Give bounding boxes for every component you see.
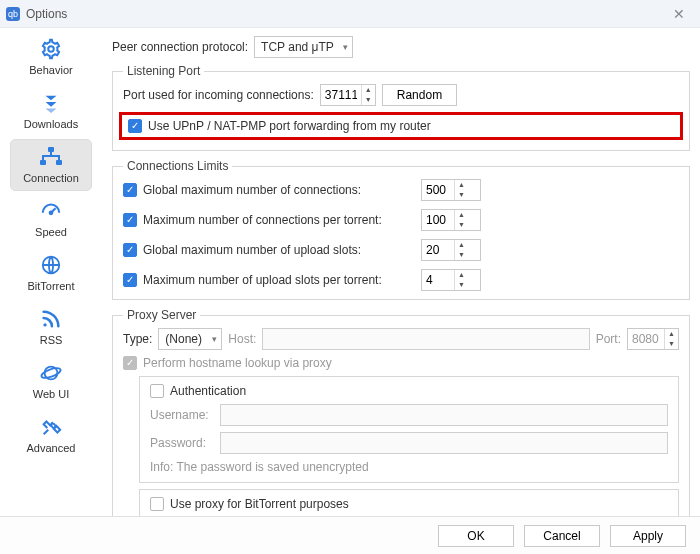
limit-stepper[interactable]: ▲▼ [421, 239, 481, 261]
port-stepper[interactable]: ▲▼ [320, 84, 376, 106]
proxy-bt-group: ✓Use proxy for BitTorrent purposes ✓Use … [139, 489, 679, 516]
cancel-button[interactable]: Cancel [524, 525, 600, 547]
highlight-box: ✓ Use UPnP / NAT-PMP port forwarding fro… [119, 112, 683, 140]
sidebar-item-speed[interactable]: Speed [11, 194, 91, 244]
limit-label: Maximum number of upload slots per torre… [143, 273, 382, 287]
limit-label: Global maximum number of connections: [143, 183, 361, 197]
sidebar-item-label: BitTorrent [27, 280, 74, 292]
tools-icon [36, 414, 66, 440]
close-icon[interactable]: ✕ [664, 6, 694, 22]
hostlookup-checkbox: ✓ [123, 356, 137, 370]
app-icon: qb [6, 7, 20, 21]
gauge-icon [36, 198, 66, 224]
svg-point-0 [48, 46, 54, 52]
sidebar-item-connection[interactable]: Connection [11, 140, 91, 190]
proxy-server-group: Proxy Server Type: (None) ▾ Host: Port: … [112, 308, 690, 516]
proxy-type-label: Type: [123, 332, 152, 346]
limit-checkbox[interactable]: ✓ [123, 213, 137, 227]
spin-down-icon[interactable]: ▼ [665, 339, 678, 349]
hostlookup-label: Perform hostname lookup via proxy [143, 356, 332, 370]
proxy-port-input[interactable] [628, 329, 664, 349]
password-input[interactable] [220, 432, 668, 454]
proxy-port-label: Port: [596, 332, 621, 346]
username-label: Username: [150, 408, 214, 422]
limit-label: Global maximum number of upload slots: [143, 243, 361, 257]
protocol-value: TCP and μTP [261, 40, 334, 54]
apply-button[interactable]: Apply [610, 525, 686, 547]
ok-button[interactable]: OK [438, 525, 514, 547]
authentication-group: ✓Authentication Username: Password: Info… [139, 376, 679, 483]
spin-down-icon[interactable]: ▼ [455, 250, 468, 260]
rss-icon [36, 306, 66, 332]
limit-input[interactable] [422, 180, 454, 200]
proxy-port-stepper[interactable]: ▲▼ [627, 328, 679, 350]
sidebar-item-downloads[interactable]: Downloads [11, 86, 91, 136]
spin-up-icon[interactable]: ▲ [362, 85, 375, 95]
sidebar-item-label: RSS [40, 334, 63, 346]
auth-info: Info: The password is saved unencrypted [150, 460, 369, 474]
limit-input[interactable] [422, 210, 454, 230]
connection-limits-group: Connections Limits ✓Global maximum numbe… [112, 159, 690, 300]
limit-label: Maximum number of connections per torren… [143, 213, 382, 227]
spin-up-icon[interactable]: ▲ [455, 240, 468, 250]
limit-input[interactable] [422, 240, 454, 260]
limit-checkbox[interactable]: ✓ [123, 243, 137, 257]
random-button[interactable]: Random [382, 84, 457, 106]
username-input[interactable] [220, 404, 668, 426]
chevron-down-icon: ▾ [343, 42, 348, 52]
dialog-buttons: OK Cancel Apply [0, 516, 700, 554]
sidebar-item-label: Web UI [33, 388, 69, 400]
spin-down-icon[interactable]: ▼ [455, 190, 468, 200]
limit-stepper[interactable]: ▲▼ [421, 269, 481, 291]
network-icon [36, 144, 66, 170]
spin-down-icon[interactable]: ▼ [362, 95, 375, 105]
svg-point-8 [40, 366, 61, 380]
globe-icon [36, 252, 66, 278]
upnp-label: Use UPnP / NAT-PMP port forwarding from … [148, 119, 674, 133]
proxy-legend: Proxy Server [123, 308, 200, 322]
content-panel: Peer connection protocol: TCP and μTP ▾ … [102, 28, 700, 516]
sidebar-item-label: Connection [23, 172, 79, 184]
sidebar-item-label: Advanced [27, 442, 76, 454]
sidebar-item-advanced[interactable]: Advanced [11, 410, 91, 460]
spin-up-icon[interactable]: ▲ [455, 180, 468, 190]
sidebar-item-behavior[interactable]: Behavior [11, 32, 91, 82]
sidebar: Behavior Downloads Connection Speed BitT… [0, 28, 102, 516]
limit-input[interactable] [422, 270, 454, 290]
spin-down-icon[interactable]: ▼ [455, 220, 468, 230]
auth-checkbox[interactable]: ✓ [150, 384, 164, 398]
spin-down-icon[interactable]: ▼ [455, 280, 468, 290]
proxy-type-select[interactable]: (None) ▾ [158, 328, 222, 350]
svg-point-4 [50, 211, 53, 214]
proxy-host-input[interactable] [262, 328, 589, 350]
sidebar-item-bittorrent[interactable]: BitTorrent [11, 248, 91, 298]
titlebar: qb Options ✕ [0, 0, 700, 28]
limit-stepper[interactable]: ▲▼ [421, 209, 481, 231]
spin-up-icon[interactable]: ▲ [665, 329, 678, 339]
sidebar-item-label: Speed [35, 226, 67, 238]
download-icon [36, 90, 66, 116]
chevron-down-icon: ▾ [212, 334, 217, 344]
upnp-checkbox[interactable]: ✓ [128, 119, 142, 133]
sidebar-item-label: Downloads [24, 118, 78, 130]
limit-checkbox[interactable]: ✓ [123, 183, 137, 197]
svg-point-6 [43, 323, 46, 326]
spin-up-icon[interactable]: ▲ [455, 270, 468, 280]
proxy-bt-checkbox[interactable]: ✓ [150, 497, 164, 511]
port-label: Port used for incoming connections: [123, 88, 314, 102]
listening-legend: Listening Port [123, 64, 204, 78]
password-label: Password: [150, 436, 214, 450]
proxy-type-value: (None) [165, 332, 202, 346]
sidebar-item-rss[interactable]: RSS [11, 302, 91, 352]
svg-rect-1 [48, 147, 54, 152]
port-input[interactable] [321, 85, 361, 105]
gear-icon [36, 36, 66, 62]
auth-title: Authentication [170, 384, 246, 398]
limit-stepper[interactable]: ▲▼ [421, 179, 481, 201]
limit-checkbox[interactable]: ✓ [123, 273, 137, 287]
sidebar-item-label: Behavior [29, 64, 72, 76]
protocol-select[interactable]: TCP and μTP ▾ [254, 36, 353, 58]
sidebar-item-webui[interactable]: Web UI [11, 356, 91, 406]
svg-rect-3 [56, 160, 62, 165]
spin-up-icon[interactable]: ▲ [455, 210, 468, 220]
